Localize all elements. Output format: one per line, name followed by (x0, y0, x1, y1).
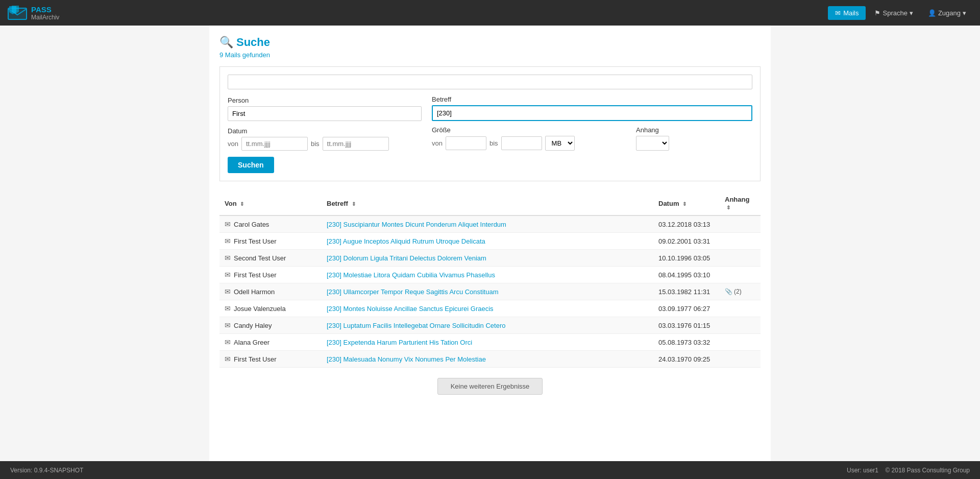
betreff-link[interactable]: [230] Luptatum Facilis Intellegebat Orna… (327, 322, 505, 329)
search-button[interactable]: Suchen (228, 157, 274, 173)
von-value: Second Test User (234, 254, 286, 262)
betreff-link[interactable]: [230] Montes Noluisse Ancillae Sanctus E… (327, 305, 494, 313)
table-row[interactable]: ✉Candy Haley[230] Luptatum Facilis Intel… (219, 317, 761, 334)
mail-row-icon: ✉ (225, 304, 231, 313)
betreff-input[interactable] (432, 105, 752, 121)
groesse-label: Größe (432, 126, 626, 134)
table-row[interactable]: ✉Alana Greer[230] Expetenda Harum Partur… (219, 334, 761, 351)
sort-von-icon: ⇕ (240, 201, 244, 207)
brand-pass: PASS (31, 5, 59, 14)
cell-anhang (720, 215, 761, 233)
cell-von: ✉Alana Greer (219, 334, 322, 351)
cell-betreff[interactable]: [230] Montes Noluisse Ancillae Sanctus E… (322, 300, 653, 317)
cell-betreff[interactable]: [230] Suscipiantur Montes Dicunt Ponderu… (322, 215, 653, 233)
person-input[interactable] (228, 106, 422, 121)
full-text-input[interactable] (228, 75, 752, 89)
cell-betreff[interactable]: [230] Dolorum Ligula Tritani Delectus Do… (322, 250, 653, 267)
table-row[interactable]: ✉First Test User[230] Malesuada Nonumy V… (219, 351, 761, 368)
user-text: User: user1 (847, 467, 878, 474)
no-more-results-container: Keine weiteren Ergebnisse (219, 378, 761, 395)
table-row[interactable]: ✉First Test User[230] Molestiae Litora Q… (219, 267, 761, 283)
full-text-search-row (228, 75, 752, 89)
datum-field-group: Datum von bis (228, 127, 422, 151)
betreff-link[interactable]: [230] Molestiae Litora Quidam Cubilia Vi… (327, 271, 495, 279)
betreff-link[interactable]: [230] Dolorum Ligula Tritani Delectus Do… (327, 254, 486, 262)
col-header-datum[interactable]: Datum ⇕ (653, 191, 720, 215)
anhang-field-group: Anhang Ja Nein (636, 126, 752, 151)
cell-betreff[interactable]: [230] Expetenda Harum Parturient His Tat… (322, 334, 653, 351)
brand: PASS MailArchiv (8, 5, 59, 21)
paperclip-icon: 📎 (725, 288, 732, 295)
cell-von: ✉Josue Valenzuela (219, 300, 322, 317)
zugang-chevron-icon: ▾ (963, 9, 966, 17)
groesse-unit-select[interactable]: MB KB GB (545, 136, 575, 151)
cell-datum: 03.03.1976 01:15 (653, 317, 720, 334)
datum-von-input[interactable] (241, 137, 308, 151)
results-table: Von ⇕ Betreff ⇕ Datum ⇕ Anhang ⇕ ✉Carol (219, 191, 761, 368)
logo-icon (8, 6, 27, 20)
sort-datum-icon: ⇕ (682, 201, 687, 207)
mail-nav-icon: ✉ (835, 9, 841, 17)
cell-betreff[interactable]: [230] Molestiae Litora Quidam Cubilia Vi… (322, 267, 653, 283)
mail-row-icon: ✉ (225, 338, 231, 346)
cell-betreff[interactable]: [230] Augue Inceptos Aliquid Rutrum Utro… (322, 233, 653, 250)
cell-von: ✉Odell Harmon (219, 283, 322, 300)
sprache-label: Sprache (883, 9, 907, 17)
main-content: 🔍 Suche 9 Mails gefunden Person Betreff … (209, 26, 771, 461)
cell-betreff[interactable]: [230] Ullamcorper Tempor Reque Sagittis … (322, 283, 653, 300)
mail-row-icon: ✉ (225, 355, 231, 363)
table-row[interactable]: ✉First Test User[230] Augue Inceptos Ali… (219, 233, 761, 250)
cell-betreff[interactable]: [230] Malesuada Nonumy Vix Nonumes Per M… (322, 351, 653, 368)
col-header-betreff[interactable]: Betreff ⇕ (322, 191, 653, 215)
search-form: Person Betreff Datum von bis (219, 66, 761, 181)
footer: Version: 0.9.4-SNAPSHOT User: user1 © 20… (0, 461, 980, 479)
datum-bis-input[interactable] (323, 137, 389, 151)
col-header-von[interactable]: Von ⇕ (219, 191, 322, 215)
betreff-link[interactable]: [230] Malesuada Nonumy Vix Nonumes Per M… (327, 355, 486, 363)
von-value: Carol Gates (234, 221, 269, 228)
cell-von: ✉Second Test User (219, 250, 322, 267)
groesse-von-input[interactable] (446, 136, 486, 150)
betreff-link[interactable]: [230] Ullamcorper Tempor Reque Sagittis … (327, 288, 498, 296)
anhang-label: Anhang (636, 126, 752, 134)
datum-von-label: von (228, 140, 238, 148)
von-value: Odell Harmon (234, 288, 275, 296)
von-value: First Test User (234, 237, 277, 245)
cell-von: ✉First Test User (219, 351, 322, 368)
no-more-results-button: Keine weiteren Ergebnisse (437, 378, 543, 395)
betreff-label: Betreff (432, 95, 752, 103)
von-value: Josue Valenzuela (234, 305, 286, 313)
table-row[interactable]: ✉Odell Harmon[230] Ullamcorper Tempor Re… (219, 283, 761, 300)
table-row[interactable]: ✉Carol Gates[230] Suscipiantur Montes Di… (219, 215, 761, 233)
cell-von: ✉First Test User (219, 233, 322, 250)
cell-datum: 03.12.2018 03:13 (653, 215, 720, 233)
user-icon: 👤 (928, 9, 936, 17)
cell-anhang (720, 334, 761, 351)
mail-row-icon: ✉ (225, 321, 231, 329)
version-text: Version: 0.9.4-SNAPSHOT (10, 467, 83, 474)
cell-von: ✉First Test User (219, 267, 322, 283)
cell-anhang (720, 351, 761, 368)
navbar-nav: ✉ Mails ⚑ Sprache ▾ 👤 Zugang ▾ (828, 6, 972, 20)
anhang-select[interactable]: Ja Nein (636, 136, 669, 151)
col-header-anhang[interactable]: Anhang ⇕ (720, 191, 761, 215)
mail-row-icon: ✉ (225, 220, 231, 228)
mails-button[interactable]: ✉ Mails (828, 6, 866, 20)
cell-betreff[interactable]: [230] Luptatum Facilis Intellegebat Orna… (322, 317, 653, 334)
person-field-group: Person (228, 97, 422, 121)
betreff-link[interactable]: [230] Suscipiantur Montes Dicunt Ponderu… (327, 221, 506, 228)
zugang-button[interactable]: 👤 Zugang ▾ (922, 6, 972, 20)
table-header: Von ⇕ Betreff ⇕ Datum ⇕ Anhang ⇕ (219, 191, 761, 215)
betreff-link[interactable]: [230] Expetenda Harum Parturient His Tat… (327, 339, 472, 346)
table-row[interactable]: ✉Second Test User[230] Dolorum Ligula Tr… (219, 250, 761, 267)
betreff-link[interactable]: [230] Augue Inceptos Aliquid Rutrum Utro… (327, 237, 485, 245)
footer-right: User: user1 © 2018 Pass Consulting Group (847, 467, 970, 474)
sprache-button[interactable]: ⚑ Sprache ▾ (868, 6, 919, 20)
cell-von: ✉Carol Gates (219, 215, 322, 233)
navbar: PASS MailArchiv ✉ Mails ⚑ Sprache ▾ 👤 Zu… (0, 0, 980, 26)
groesse-bis-input[interactable] (501, 136, 542, 150)
page-title: 🔍 Suche (219, 36, 761, 49)
cell-datum: 24.03.1970 09:25 (653, 351, 720, 368)
search-page-icon: 🔍 (219, 36, 233, 49)
table-row[interactable]: ✉Josue Valenzuela[230] Montes Noluisse A… (219, 300, 761, 317)
